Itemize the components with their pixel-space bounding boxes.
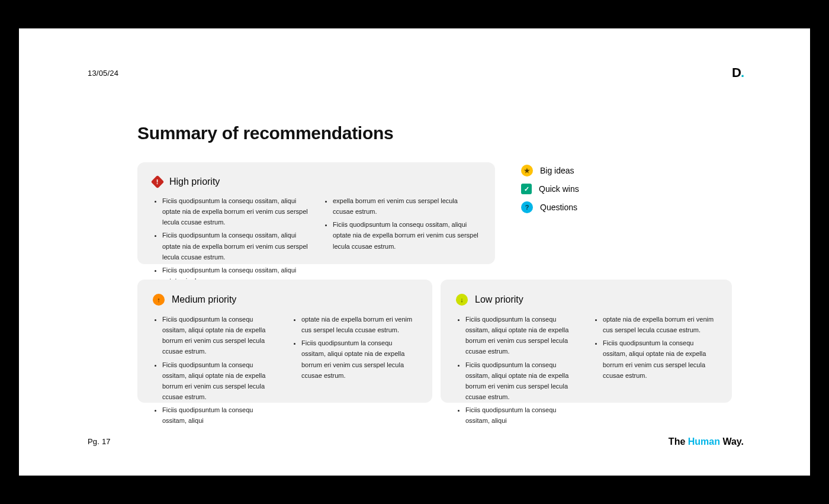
card-medium-label: Medium priority <box>172 294 236 305</box>
logo-letter: D <box>732 65 741 80</box>
card-medium-list-1: Ficiis quodipsuntum la consequ ossitam, … <box>153 314 278 426</box>
question-icon: ? <box>521 201 533 213</box>
list-item: Ficiis quodipsuntum la consequ ossitam, … <box>162 405 278 426</box>
arrow-up-icon: ↑ <box>153 294 165 306</box>
brand-logo: D. <box>732 65 744 81</box>
card-low-header: ↓ Low priority <box>456 294 716 306</box>
card-low-list-2: optate nia de expella borrum eri venim c… <box>593 314 716 381</box>
list-item: Ficiis quodipsuntum la consequ ossitam, … <box>162 314 278 357</box>
card-high-priority: ! High priority Ficiis quodipsuntum la c… <box>137 162 495 264</box>
star-icon: ★ <box>521 165 533 176</box>
page-number: Pg. 17 <box>88 437 111 446</box>
card-medium-priority: ↑ Medium priority Ficiis quodipsuntum la… <box>137 280 432 403</box>
card-low-label: Low priority <box>475 294 523 305</box>
list-item: Ficiis quodipsuntum la consequ ossitam, … <box>162 230 309 262</box>
tagline-post: Way. <box>720 436 744 447</box>
tagline-accent: Human <box>688 436 720 447</box>
list-item: optate nia de expella borrum eri venim c… <box>301 314 417 335</box>
list-item: Ficiis quodipsuntum la consequ ossitam, … <box>301 338 417 381</box>
logo-dot: . <box>741 65 744 80</box>
card-high-list-1: Ficiis quodipsuntum la consequ ossitam, … <box>153 195 309 286</box>
page-title: Summary of recommendations <box>137 123 393 143</box>
list-item: Ficiis quodipsuntum la consequ ossitam, … <box>603 338 716 381</box>
list-item: Ficiis quodipsuntum la consequ ossitam, … <box>162 195 309 227</box>
list-item: optate nia de expella borrum eri venim c… <box>603 314 716 335</box>
list-item: Ficiis quodipsuntum la consequ ossitam, … <box>465 405 579 426</box>
list-item: Ficiis quodipsuntum la consequ ossitam, … <box>162 359 278 403</box>
alert-icon: ! <box>151 175 165 189</box>
list-item: Ficiis quodipsuntum la consequ ossitam, … <box>465 359 579 403</box>
slide: 13/05/24 D. Summary of recommendations !… <box>19 28 810 476</box>
legend-questions-label: Questions <box>540 203 577 212</box>
arrow-down-icon: ↓ <box>456 294 468 306</box>
check-icon: ✓ <box>521 184 532 194</box>
legend-quick-wins: ✓ Quick wins <box>521 184 579 194</box>
tagline: The Human Way. <box>669 436 744 447</box>
card-low-priority: ↓ Low priority Ficiis quodipsuntum la co… <box>441 280 732 403</box>
legend-quick-wins-label: Quick wins <box>539 184 579 194</box>
legend: ★ Big ideas ✓ Quick wins ? Questions <box>521 165 579 213</box>
card-high-header: ! High priority <box>153 176 480 187</box>
list-item: Ficiis quodipsuntum la consequ ossitam, … <box>333 219 480 251</box>
slide-date: 13/05/24 <box>88 69 118 78</box>
card-medium-list-2: optate nia de expella borrum eri venim c… <box>292 314 417 381</box>
legend-big-ideas: ★ Big ideas <box>521 165 579 176</box>
tagline-pre: The <box>669 436 688 447</box>
legend-big-ideas-label: Big ideas <box>540 166 574 175</box>
list-item: expella borrum eri venim cus serspel lec… <box>333 195 480 217</box>
card-high-list-2: expella borrum eri venim cus serspel lec… <box>323 195 480 252</box>
card-low-list-1: Ficiis quodipsuntum la consequ ossitam, … <box>456 314 579 426</box>
legend-questions: ? Questions <box>521 201 579 213</box>
list-item: Ficiis quodipsuntum la consequ ossitam, … <box>465 314 579 357</box>
card-medium-header: ↑ Medium priority <box>153 294 417 306</box>
card-high-label: High priority <box>169 176 220 187</box>
